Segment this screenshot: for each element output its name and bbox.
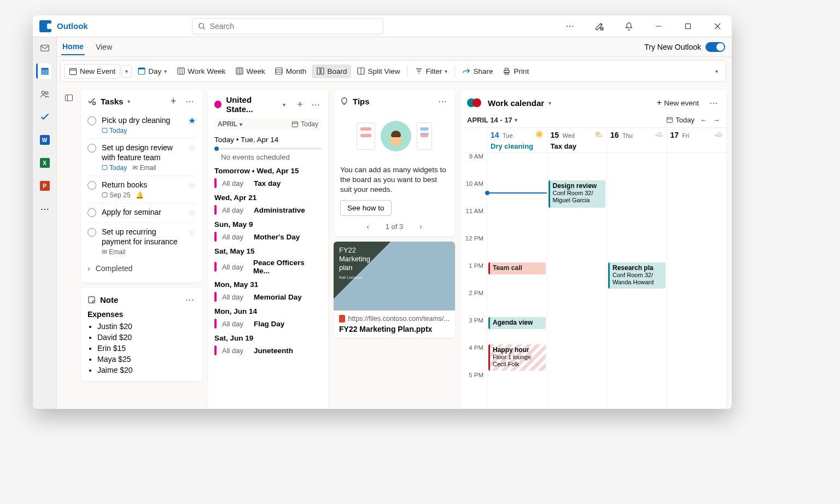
event-happy-hour[interactable]: Happy hourFloor 1 loungeCecil Folk bbox=[488, 344, 546, 371]
event-design-review[interactable]: Design reviewConf Room 32/Miguel Garcia bbox=[549, 180, 606, 208]
tasks-add-button[interactable]: + bbox=[167, 95, 179, 107]
holiday-item[interactable]: Sat, May 15All dayPeace Officers Me... bbox=[214, 247, 322, 275]
task-checkbox[interactable] bbox=[88, 228, 96, 237]
new-event-dropdown[interactable]: ▾ bbox=[121, 65, 132, 78]
tasks-dropdown[interactable]: ▾ bbox=[127, 98, 130, 104]
calendar-day-header[interactable]: 14 Tue☀️Dry cleaning bbox=[487, 128, 547, 153]
calendar-today-button[interactable]: Today bbox=[666, 116, 695, 124]
task-star-button[interactable]: ★ bbox=[188, 115, 196, 126]
holiday-item[interactable]: Sun, May 9All dayMother's Day bbox=[214, 220, 322, 242]
powerpoint-rail[interactable]: P bbox=[37, 178, 52, 194]
task-item[interactable]: Pick up dry cleaning Today ★ bbox=[88, 112, 196, 139]
notifications-icon[interactable] bbox=[619, 16, 639, 36]
calendar-day-header[interactable]: 15 Wed⛅Tax day bbox=[547, 128, 607, 153]
minimize-button[interactable] bbox=[649, 16, 668, 36]
holidays-more-button[interactable]: ⋯ bbox=[310, 98, 322, 110]
ink-icon[interactable] bbox=[590, 16, 609, 36]
view-week[interactable]: Week bbox=[231, 65, 270, 78]
calendar-next-button[interactable]: → bbox=[713, 116, 720, 124]
maximize-button[interactable] bbox=[678, 16, 698, 36]
hour-label: 5 PM bbox=[460, 372, 487, 399]
task-checkbox[interactable] bbox=[88, 144, 96, 153]
view-work-week[interactable]: Work Week bbox=[172, 65, 230, 78]
task-item[interactable]: Return books Sep 25🔔 ☆ bbox=[88, 176, 196, 203]
holiday-item[interactable]: Wed, Apr 21All dayAdministrative bbox=[214, 194, 322, 215]
calendar-more-button[interactable]: ⋯ bbox=[708, 97, 720, 109]
event-research-plan[interactable]: Research plaConf Room 32/Wanda Howard bbox=[608, 262, 666, 289]
view-board[interactable]: Board bbox=[312, 65, 351, 78]
calendar-day-col-14[interactable]: Team call Agenda view Happy hourFloor 1 … bbox=[487, 153, 547, 409]
share-button[interactable]: Share bbox=[458, 65, 497, 78]
task-date: Today bbox=[102, 127, 127, 134]
holiday-item[interactable]: Tomorrow • Wed, Apr 15All dayTax day bbox=[214, 167, 322, 188]
holiday-item[interactable]: Mon, May 31All dayMemorial Day bbox=[214, 280, 322, 302]
tips-more-button[interactable]: ⋯ bbox=[436, 95, 448, 107]
more-apps-rail[interactable]: ⋯ bbox=[37, 201, 52, 216]
calendar-rail[interactable] bbox=[36, 63, 51, 79]
todo-rail[interactable] bbox=[37, 109, 52, 125]
calendar-day-header[interactable]: 16 Thu☁️ bbox=[606, 128, 667, 153]
tasks-more-button[interactable]: ⋯ bbox=[184, 95, 196, 107]
tips-next-button[interactable]: › bbox=[419, 222, 422, 231]
filter-button[interactable]: Filter▾ bbox=[410, 65, 452, 78]
excel-rail[interactable]: X bbox=[37, 155, 52, 171]
print-button[interactable]: Print bbox=[498, 65, 533, 78]
view-split[interactable]: Split View bbox=[352, 65, 404, 78]
hour-label: 10 AM bbox=[460, 180, 487, 208]
holidays-add-button[interactable]: + bbox=[294, 98, 306, 110]
task-item[interactable]: Apply for seminar ☆ bbox=[88, 203, 196, 223]
holiday-item[interactable]: Mon, Jun 14All dayFlag Day bbox=[214, 307, 322, 329]
tips-prev-button[interactable]: ‹ bbox=[366, 222, 369, 231]
svg-rect-39 bbox=[102, 128, 107, 133]
svg-rect-42 bbox=[89, 296, 95, 302]
event-team-call[interactable]: Team call bbox=[488, 262, 546, 274]
search-box[interactable] bbox=[192, 18, 383, 34]
mail-rail[interactable] bbox=[37, 40, 52, 56]
calendar-day-col-16[interactable]: Research plaConf Room 32/Wanda Howard bbox=[606, 153, 667, 409]
task-star-button[interactable]: ☆ bbox=[188, 227, 196, 237]
calendar-day-col-17[interactable] bbox=[667, 153, 727, 409]
reminder-icon: 🔔 bbox=[136, 191, 144, 199]
calendar-day-header[interactable]: 17 Fri☁️ bbox=[667, 128, 727, 153]
search-input[interactable] bbox=[210, 22, 377, 31]
app-siderail: W X P ⋯ bbox=[33, 37, 57, 409]
people-rail[interactable] bbox=[37, 86, 52, 102]
task-checkbox[interactable] bbox=[88, 116, 96, 125]
tab-home[interactable]: Home bbox=[61, 39, 85, 55]
view-month[interactable]: Month bbox=[271, 65, 311, 78]
task-item[interactable]: Set up design review with feature team T… bbox=[88, 139, 196, 176]
ribbon-expand[interactable]: ▾ bbox=[710, 65, 722, 77]
svg-rect-46 bbox=[667, 118, 673, 122]
task-star-button[interactable]: ☆ bbox=[188, 143, 196, 153]
panel-toggle-icon[interactable] bbox=[63, 92, 75, 104]
calendar-day-col-15[interactable]: Design reviewConf Room 32/Miguel Garcia bbox=[547, 153, 607, 409]
close-button[interactable] bbox=[708, 16, 727, 36]
allday-banner[interactable]: Dry cleaning bbox=[491, 142, 544, 150]
see-how-button[interactable]: See how to bbox=[340, 200, 392, 216]
event-agenda-view[interactable]: Agenda view bbox=[488, 317, 546, 329]
task-star-button[interactable]: ☆ bbox=[188, 180, 196, 190]
svg-rect-27 bbox=[321, 68, 324, 74]
view-day[interactable]: Day▾ bbox=[133, 65, 171, 78]
new-event-button[interactable]: New Event bbox=[64, 64, 120, 79]
task-checkbox[interactable] bbox=[88, 181, 96, 190]
tab-view[interactable]: View bbox=[95, 39, 113, 55]
calendar-new-event-button[interactable]: +New event bbox=[652, 95, 703, 110]
holiday-allday: All day bbox=[222, 347, 248, 355]
file-card[interactable]: FY22 Marketing plan Kat Larsson https://… bbox=[334, 242, 455, 338]
allday-banner[interactable]: Tax day bbox=[551, 142, 604, 150]
calendar-dropdown[interactable]: ▾ bbox=[549, 100, 551, 106]
calendar-prev-button[interactable]: ← bbox=[700, 116, 707, 124]
task-star-button[interactable]: ☆ bbox=[188, 207, 196, 218]
tasks-completed-row[interactable]: › Completed bbox=[88, 260, 196, 277]
try-new-outlook-toggle[interactable] bbox=[705, 42, 725, 52]
note-more-button[interactable]: ⋯ bbox=[184, 294, 196, 306]
holiday-item[interactable]: Sat, Jun 19All dayJuneteenth bbox=[214, 334, 322, 355]
task-item[interactable]: Set up recurring payment for insurance ✉… bbox=[88, 223, 196, 260]
task-checkbox[interactable] bbox=[88, 208, 96, 217]
holidays-today-button[interactable]: Today bbox=[291, 120, 318, 128]
word-rail[interactable]: W bbox=[37, 132, 52, 148]
more-icon[interactable]: ⋯ bbox=[560, 16, 580, 36]
holidays-dropdown[interactable]: ▾ bbox=[283, 102, 285, 108]
note-body[interactable]: Justin $20David $20Erin $15Maya $25Jaime… bbox=[97, 321, 196, 376]
